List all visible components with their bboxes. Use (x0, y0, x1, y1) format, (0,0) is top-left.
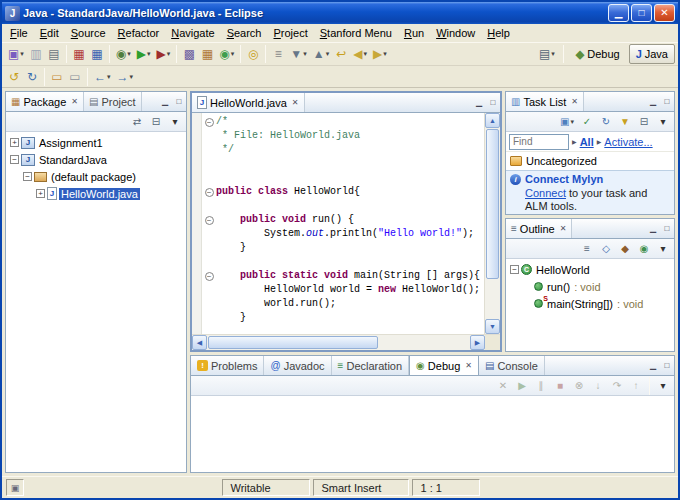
code-line[interactable]: * File: HelloWorld.java (202, 129, 484, 143)
close-tab-icon[interactable]: ✕ (463, 361, 472, 370)
mark-task-complete-icon[interactable]: ✓ (578, 113, 596, 130)
view-menu-icon[interactable]: ▾ (654, 113, 672, 130)
code-line[interactable] (202, 255, 484, 269)
minimize-button[interactable]: ▁ (608, 4, 629, 22)
code-line[interactable] (202, 199, 484, 213)
close-tab-icon[interactable]: ✕ (569, 97, 578, 106)
resume-icon[interactable]: ▶ (513, 377, 531, 394)
tree-item-standardjava[interactable]: −JStandardJava (6, 151, 186, 168)
horizontal-scrollbar[interactable]: ◀ ▶ (192, 335, 485, 350)
tab-project[interactable]: ▤ Project (84, 92, 142, 111)
scroll-up-icon[interactable]: ▲ (485, 113, 500, 128)
maximize-icon[interactable]: □ (486, 93, 500, 112)
previous-annotation-icon[interactable]: ▲▾ (310, 44, 332, 64)
hide-non-public-icon[interactable]: ◉ (635, 240, 653, 257)
menu-project[interactable]: Project (268, 25, 314, 41)
expand-arrow-icon[interactable]: ▶ (597, 138, 602, 145)
new-class-icon[interactable]: ◉▾ (216, 44, 237, 64)
step-over-icon[interactable]: ↷ (608, 377, 626, 394)
tab-task-list[interactable]: ▥ Task List ✕ (506, 92, 584, 111)
code-line[interactable]: HelloWorld world = new HelloWorld(); (202, 283, 484, 297)
code-line[interactable]: } (202, 241, 484, 255)
expand-icon[interactable]: + (36, 189, 45, 198)
code-line[interactable] (202, 171, 484, 185)
remove-terminated-icon[interactable]: ✕ (494, 377, 512, 394)
menu-refactor[interactable]: Refactor (112, 25, 166, 41)
close-tab-icon[interactable]: ✕ (69, 97, 78, 106)
new-package-icon[interactable]: ▦ (198, 44, 216, 64)
scroll-down-icon[interactable]: ▼ (485, 319, 500, 334)
collapse-icon[interactable]: − (10, 155, 19, 164)
collapse-icon[interactable]: − (510, 265, 519, 274)
new-wizard-icon[interactable]: ▣▾ (5, 44, 27, 64)
collapse-all-icon[interactable]: ⊟ (147, 113, 165, 130)
submit-assignment-icon[interactable]: ▦ (70, 44, 88, 64)
minimize-icon[interactable]: ▁ (646, 92, 660, 111)
new-java-project-icon[interactable]: ▩ (180, 44, 198, 64)
debug-icon[interactable]: ◉▾ (113, 44, 134, 64)
fold-toggle-icon[interactable]: − (202, 216, 216, 225)
scrollbar-thumb[interactable] (486, 129, 499, 279)
new-task-icon[interactable]: ▣▾ (557, 113, 577, 130)
fold-toggle-icon[interactable]: − (202, 188, 216, 197)
save-icon[interactable]: ▥ (27, 44, 45, 64)
tab-outline[interactable]: ≡ Outline ✕ (506, 219, 572, 238)
tab-debug[interactable]: ◉Debug✕ (409, 356, 479, 375)
scroll-left-icon[interactable]: ◀ (192, 335, 207, 350)
back-icon[interactable]: ◀▾ (350, 44, 370, 64)
menu-stanford-menu[interactable]: Stanford Menu (314, 25, 398, 41)
category-uncategorized[interactable]: Uncategorized (506, 152, 674, 170)
find-input[interactable] (509, 134, 569, 150)
view-menu-icon[interactable]: ▾ (654, 240, 672, 257)
maximize-button[interactable]: □ (631, 4, 652, 22)
refresh-icon[interactable]: ↻ (23, 67, 41, 87)
tree-item-helloworld-java[interactable]: +JHelloWorld.java (6, 185, 186, 202)
titlebar[interactable]: J Java - StandardJava/HelloWorld.java - … (2, 2, 678, 24)
fold-toggle-icon[interactable]: − (202, 118, 216, 127)
link-with-editor-icon[interactable]: ⇄ (128, 113, 146, 130)
menu-help[interactable]: Help (481, 25, 516, 41)
minimize-icon[interactable]: ▁ (472, 93, 486, 112)
hide-static-members-icon[interactable]: ◆ (616, 240, 634, 257)
suspend-icon[interactable]: ∥ (532, 377, 550, 394)
forward-icon[interactable]: ▶▾ (370, 44, 390, 64)
code-line[interactable]: −public class HelloWorld{ (202, 185, 484, 199)
tab-javadoc[interactable]: @Javadoc (264, 356, 331, 375)
next-annotation-icon[interactable]: ▼▾ (287, 44, 309, 64)
synchronize-icon[interactable]: ↻ (597, 113, 615, 130)
connect-link[interactable]: Connect (525, 187, 566, 199)
close-button[interactable]: ✕ (654, 4, 675, 22)
menu-file[interactable]: File (4, 25, 34, 41)
mark-occurrences-icon[interactable]: ≡ (269, 44, 287, 64)
open-perspective-icon[interactable]: ▤▾ (536, 44, 558, 64)
sort-icon[interactable]: ≡ (578, 240, 596, 257)
maximize-icon[interactable]: □ (660, 219, 674, 238)
tab-problems[interactable]: !Problems (191, 356, 264, 375)
run-icon[interactable]: ▶▾ (134, 44, 154, 64)
filter-icon[interactable]: ▼ (616, 113, 634, 130)
vertical-scrollbar[interactable]: ▲ ▼ (484, 113, 500, 334)
collapse-icon[interactable]: − (23, 172, 32, 181)
fold-toggle-icon[interactable]: − (202, 272, 216, 281)
maximize-icon[interactable]: □ (660, 92, 674, 111)
run-last-tool-icon[interactable]: ↺ (5, 67, 23, 87)
open-folder-icon[interactable]: ▭ (48, 67, 66, 87)
tab-helloworld-java[interactable]: J HelloWorld.java ✕ (192, 93, 305, 112)
filter-all-link[interactable]: All (580, 136, 594, 148)
code-line[interactable]: − public void run() { (202, 213, 484, 227)
perspective-java[interactable]: JJava (629, 44, 675, 64)
code-area[interactable]: −/* * File: HelloWorld.java */−public cl… (202, 113, 484, 334)
menu-source[interactable]: Source (65, 25, 112, 41)
activate-link[interactable]: Activate... (604, 136, 652, 148)
minimize-icon[interactable]: ▁ (646, 356, 660, 375)
pickup-assignment-icon[interactable]: ▦ (88, 44, 106, 64)
menu-search[interactable]: Search (221, 25, 268, 41)
perspective-debug[interactable]: ◆Debug (569, 44, 627, 64)
outline-item-helloworld[interactable]: −CHelloWorld (506, 261, 674, 278)
expand-arrow-icon[interactable]: ▶ (572, 138, 577, 145)
menu-navigate[interactable]: Navigate (165, 25, 220, 41)
step-into-icon[interactable]: ↓ (589, 377, 607, 394)
tree-item-default-package[interactable]: −(default package) (6, 168, 186, 185)
disconnect-icon[interactable]: ⊗ (570, 377, 588, 394)
last-edit-location-icon[interactable]: ↩ (332, 44, 350, 64)
